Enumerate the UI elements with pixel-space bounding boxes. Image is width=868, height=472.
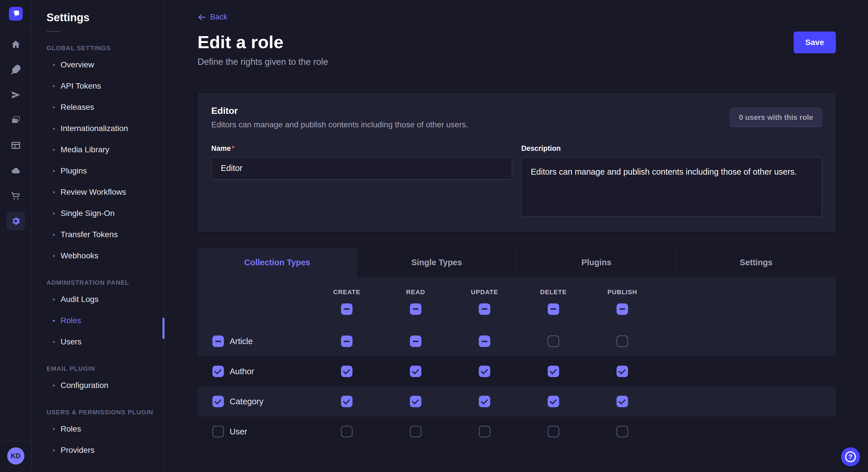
sidebar-item-providers[interactable]: Providers (46, 440, 165, 461)
row-checkbox-category[interactable] (212, 396, 224, 407)
checkbox-author-read[interactable] (410, 366, 422, 377)
sidebar-item-users[interactable]: Users (46, 331, 165, 352)
cloud-icon[interactable] (7, 162, 25, 180)
checkbox-article-update[interactable] (479, 336, 490, 347)
checkbox-category-update[interactable] (479, 396, 490, 407)
checkbox-article-publish[interactable] (617, 336, 628, 347)
bullet-icon (53, 212, 55, 214)
name-field-group: Name* (211, 144, 512, 218)
column-header-update: UPDATE (450, 289, 519, 296)
column-header-publish: PUBLISH (588, 289, 657, 296)
master-checkbox-delete[interactable] (548, 303, 559, 315)
sidebar-item-webhooks[interactable]: Webhooks (46, 245, 165, 266)
master-checkbox-publish[interactable] (617, 303, 628, 315)
row-label: Article (229, 337, 253, 346)
users-with-role-badge[interactable]: 0 users with this role (730, 108, 822, 127)
checkbox-author-delete[interactable] (548, 366, 559, 377)
checkbox-category-create[interactable] (341, 396, 352, 407)
checkbox-category-read[interactable] (410, 396, 422, 407)
checkbox-article-read[interactable] (410, 336, 422, 347)
layout-icon[interactable] (7, 136, 25, 155)
master-checkbox-update[interactable] (479, 303, 490, 315)
bullet-icon (53, 320, 55, 322)
permissions-card: Collection Types Single Types Plugins Se… (197, 248, 836, 447)
sidebar-scrollbar-thumb[interactable] (162, 318, 164, 339)
checkbox-user-delete[interactable] (548, 426, 559, 437)
sidebar-title-divider (46, 31, 60, 32)
bullet-icon (53, 255, 55, 257)
tab-settings[interactable]: Settings (676, 248, 836, 277)
sidebar-item-review-workflows[interactable]: Review Workflows (46, 181, 165, 203)
help-button[interactable]: ? (841, 447, 860, 466)
rail-icon-list (7, 27, 25, 441)
tab-plugins[interactable]: Plugins (516, 248, 676, 277)
tab-collection-types[interactable]: Collection Types (197, 248, 357, 277)
sidebar-item-overview[interactable]: Overview (46, 54, 165, 75)
back-link[interactable]: Back (197, 12, 227, 22)
checkbox-author-update[interactable] (479, 366, 490, 377)
row-checkbox-article[interactable] (212, 336, 224, 347)
checkbox-user-create[interactable] (341, 426, 352, 437)
checkbox-user-update[interactable] (479, 426, 490, 437)
name-input[interactable] (211, 157, 512, 179)
feather-icon[interactable] (7, 61, 25, 79)
icon-rail: KD (0, 0, 32, 472)
bullet-icon (53, 128, 55, 130)
checkbox-author-create[interactable] (341, 366, 352, 377)
bullet-icon (53, 341, 55, 343)
strapi-logo[interactable] (9, 7, 23, 21)
sidebar-item-media-library[interactable]: Media Library (46, 139, 165, 160)
sidebar-item-plugins[interactable]: Plugins (46, 160, 165, 181)
settings-sidebar: Settings GLOBAL SETTINGS Overview API To… (32, 0, 165, 472)
section-header: ADMINISTRATION PANEL (46, 279, 165, 286)
checkbox-author-publish[interactable] (617, 366, 628, 377)
images-icon[interactable] (7, 111, 25, 129)
sidebar-item-roles-up[interactable]: Roles (46, 418, 165, 440)
sidebar-item-releases[interactable]: Releases (46, 97, 165, 118)
checkbox-user-publish[interactable] (617, 426, 628, 437)
avatar[interactable]: KD (7, 447, 24, 465)
sidebar-item-single-sign-on[interactable]: Single Sign-On (46, 203, 165, 224)
section-header: USERS & PERMISSIONS PLUGIN (46, 409, 165, 416)
sidebar-item-internationalization[interactable]: Internationalization (46, 118, 165, 139)
sidebar-item-audit-logs[interactable]: Audit Logs (46, 289, 165, 310)
required-asterisk: * (231, 144, 235, 152)
sidebar-item-roles-admin[interactable]: Roles (46, 310, 165, 331)
bullet-icon (53, 234, 55, 236)
bullet-icon (53, 449, 55, 451)
save-button[interactable]: Save (794, 32, 836, 53)
checkbox-user-read[interactable] (410, 426, 422, 437)
permissions-table: CREATE READ UPDATE DELETE PUBLISH (197, 278, 836, 447)
gear-icon[interactable] (7, 212, 25, 230)
checkbox-article-create[interactable] (341, 336, 352, 347)
row-label: Author (229, 367, 254, 376)
tab-single-types[interactable]: Single Types (357, 248, 517, 277)
master-checkbox-read[interactable] (410, 303, 422, 315)
question-mark-icon: ? (845, 451, 856, 462)
sidebar-item-label: Media Library (61, 145, 110, 154)
sidebar-item-label: Audit Logs (61, 295, 98, 304)
checkbox-category-publish[interactable] (617, 396, 628, 407)
master-checkbox-create[interactable] (341, 303, 352, 315)
checkbox-article-delete[interactable] (548, 336, 559, 347)
checkbox-category-delete[interactable] (548, 396, 559, 407)
sidebar-title: Settings (46, 11, 165, 24)
row-checkbox-user[interactable] (212, 426, 224, 437)
table-row-author: Author (197, 357, 836, 386)
sidebar-item-configuration[interactable]: Configuration (46, 375, 165, 396)
home-icon[interactable] (7, 35, 25, 54)
section-header: EMAIL PLUGIN (46, 365, 165, 372)
cart-icon[interactable] (7, 187, 25, 205)
bullet-icon (53, 191, 55, 193)
permissions-table-header: CREATE READ UPDATE DELETE PUBLISH (197, 278, 836, 326)
row-checkbox-author[interactable] (212, 366, 224, 377)
sidebar-item-label: Releases (61, 103, 94, 112)
send-icon[interactable] (7, 86, 25, 104)
bullet-icon (53, 170, 55, 172)
sidebar-item-transfer-tokens[interactable]: Transfer Tokens (46, 224, 165, 245)
description-textarea[interactable] (521, 157, 822, 217)
column-header-delete: DELETE (519, 289, 588, 296)
sidebar-item-api-tokens[interactable]: API Tokens (46, 75, 165, 97)
sidebar-item-label: Webhooks (61, 251, 98, 260)
rail-logo-area (0, 0, 31, 27)
